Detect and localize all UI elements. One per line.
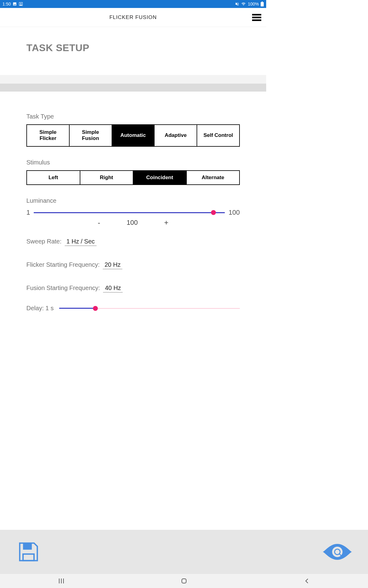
task-type-self-control[interactable]: Self Control: [197, 125, 239, 146]
task-type-label: Task Type: [26, 113, 240, 120]
fusion-start-value[interactable]: 40 Hz: [103, 285, 123, 292]
divider-band: [0, 84, 266, 92]
luminance-slider[interactable]: [34, 209, 225, 216]
task-type-group: Simple Flicker Simple Fusion Automatic A…: [26, 124, 240, 147]
fusion-start-label: Fusion Starting Frequency:: [26, 285, 100, 292]
task-type-simple-flicker[interactable]: Simple Flicker: [27, 125, 70, 146]
status-time: 1:50: [2, 2, 11, 6]
person-box-icon: [19, 2, 23, 6]
android-status-bar: 1:50 100%: [0, 0, 266, 8]
luminance-max: 100: [228, 209, 240, 217]
sweep-rate-value[interactable]: 1 Hz / Sec: [65, 238, 97, 246]
svg-point-0: [21, 3, 22, 4]
page-title: TASK SETUP: [26, 42, 266, 54]
image-icon: [13, 2, 17, 6]
battery-icon: [261, 2, 264, 6]
luminance-min: 1: [26, 209, 30, 217]
stimulus-coincident[interactable]: Coincident: [133, 171, 187, 184]
stimulus-label: Stimulus: [26, 159, 240, 166]
battery-text: 100%: [248, 2, 259, 6]
app-title: FLICKER FUSION: [109, 14, 157, 21]
mute-icon: [235, 2, 239, 6]
sweep-rate-label: Sweep Rate:: [26, 238, 62, 245]
flicker-start-label: Flicker Starting Frequency:: [26, 261, 100, 268]
task-type-automatic[interactable]: Automatic: [112, 125, 155, 146]
page-title-section: TASK SETUP: [0, 27, 266, 75]
luminance-label: Luminance: [26, 197, 240, 204]
stimulus-alternate[interactable]: Alternate: [187, 171, 240, 184]
svg-rect-2: [262, 2, 263, 2]
app-header: FLICKER FUSION: [0, 8, 266, 27]
stimulus-left[interactable]: Left: [27, 171, 80, 184]
luminance-increment[interactable]: +: [164, 218, 168, 227]
stimulus-right[interactable]: Right: [80, 171, 134, 184]
slider-thumb[interactable]: [93, 306, 98, 311]
task-type-simple-fusion[interactable]: Simple Fusion: [70, 125, 112, 146]
divider-band: [0, 75, 266, 84]
flicker-start-value[interactable]: 20 Hz: [103, 261, 122, 269]
task-type-adaptive[interactable]: Adaptive: [155, 125, 197, 146]
wifi-icon: [241, 2, 246, 6]
svg-rect-1: [261, 2, 264, 6]
luminance-decrement[interactable]: -: [98, 218, 100, 227]
luminance-value: 100: [127, 219, 138, 227]
slider-thumb[interactable]: [211, 210, 216, 215]
delay-label: Delay: 1 s: [26, 305, 54, 312]
delay-slider[interactable]: [59, 306, 240, 311]
stimulus-group: Left Right Coincident Alternate: [26, 170, 240, 185]
menu-icon[interactable]: [252, 13, 261, 22]
